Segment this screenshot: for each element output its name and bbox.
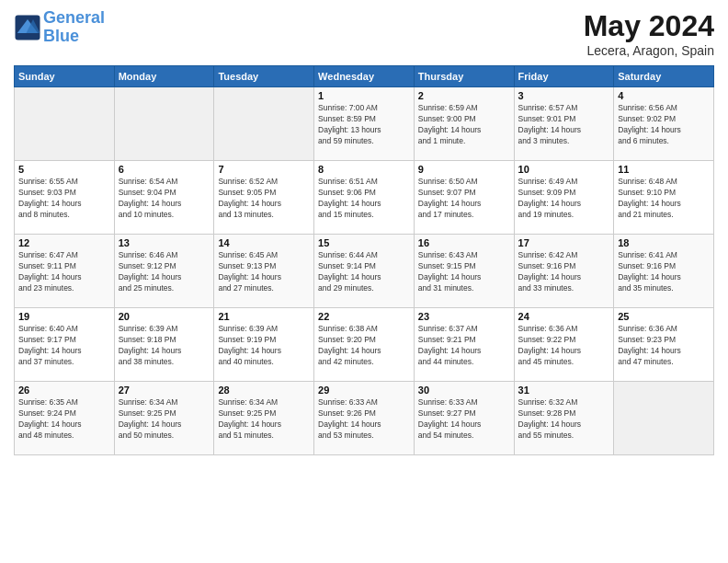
day-number: 6 — [119, 164, 210, 175]
day-info: Sunrise: 6:39 AM Sunset: 9:18 PM Dayligh… — [119, 324, 210, 368]
day-info: Sunrise: 6:57 AM Sunset: 9:01 PM Dayligh… — [518, 103, 610, 147]
cell-2-6: 10Sunrise: 6:49 AM Sunset: 9:09 PM Dayli… — [514, 161, 614, 235]
cell-1-2 — [114, 87, 214, 161]
col-friday: Friday — [514, 66, 614, 87]
cell-3-3: 14Sunrise: 6:45 AM Sunset: 9:13 PM Dayli… — [214, 235, 314, 308]
day-info: Sunrise: 6:32 AM Sunset: 9:28 PM Dayligh… — [518, 397, 610, 442]
day-info: Sunrise: 6:33 AM Sunset: 9:27 PM Dayligh… — [418, 397, 510, 442]
week-row-3: 12Sunrise: 6:47 AM Sunset: 9:11 PM Dayli… — [15, 235, 714, 308]
cell-4-2: 20Sunrise: 6:39 AM Sunset: 9:18 PM Dayli… — [114, 308, 214, 382]
day-number: 3 — [518, 90, 610, 101]
day-number: 15 — [318, 237, 410, 248]
day-info: Sunrise: 6:44 AM Sunset: 9:14 PM Dayligh… — [318, 250, 410, 294]
week-row-1: 1Sunrise: 7:00 AM Sunset: 8:59 PM Daylig… — [15, 87, 714, 161]
cell-2-3: 7Sunrise: 6:52 AM Sunset: 9:05 PM Daylig… — [214, 161, 314, 235]
day-info: Sunrise: 6:40 AM Sunset: 9:17 PM Dayligh… — [18, 324, 110, 368]
cell-1-1 — [15, 87, 115, 161]
day-number: 17 — [518, 237, 610, 248]
cell-1-7: 4Sunrise: 6:56 AM Sunset: 9:02 PM Daylig… — [614, 87, 714, 161]
cell-3-2: 13Sunrise: 6:46 AM Sunset: 9:12 PM Dayli… — [114, 235, 214, 308]
cell-4-3: 21Sunrise: 6:39 AM Sunset: 9:19 PM Dayli… — [214, 308, 314, 382]
day-number: 28 — [218, 385, 310, 396]
day-number: 12 — [18, 237, 110, 248]
day-info: Sunrise: 6:42 AM Sunset: 9:16 PM Dayligh… — [518, 250, 610, 294]
day-info: Sunrise: 6:45 AM Sunset: 9:13 PM Dayligh… — [218, 250, 310, 294]
week-row-5: 26Sunrise: 6:35 AM Sunset: 9:24 PM Dayli… — [15, 382, 714, 455]
day-info: Sunrise: 6:50 AM Sunset: 9:07 PM Dayligh… — [418, 177, 510, 221]
day-number: 25 — [618, 311, 710, 322]
day-info: Sunrise: 6:41 AM Sunset: 9:16 PM Dayligh… — [618, 250, 710, 294]
day-number: 16 — [418, 237, 510, 248]
page: General Blue May 2024 Lecera, Aragon, Sp… — [0, 0, 728, 563]
day-number: 23 — [418, 311, 510, 322]
day-number: 5 — [18, 164, 110, 175]
day-info: Sunrise: 6:34 AM Sunset: 9:25 PM Dayligh… — [218, 397, 310, 442]
cell-3-5: 16Sunrise: 6:43 AM Sunset: 9:15 PM Dayli… — [414, 235, 514, 308]
col-thursday: Thursday — [414, 66, 514, 87]
month-title: May 2024 — [584, 9, 714, 43]
col-tuesday: Tuesday — [214, 66, 314, 87]
day-info: Sunrise: 6:36 AM Sunset: 9:22 PM Dayligh… — [518, 324, 610, 368]
cell-4-5: 23Sunrise: 6:37 AM Sunset: 9:21 PM Dayli… — [414, 308, 514, 382]
day-info: Sunrise: 6:39 AM Sunset: 9:19 PM Dayligh… — [218, 324, 310, 368]
cell-5-5: 30Sunrise: 6:33 AM Sunset: 9:27 PM Dayli… — [414, 382, 514, 455]
location: Lecera, Aragon, Spain — [584, 43, 714, 58]
day-number: 8 — [318, 164, 410, 175]
day-info: Sunrise: 6:36 AM Sunset: 9:23 PM Dayligh… — [618, 324, 710, 368]
cell-2-4: 8Sunrise: 6:51 AM Sunset: 9:06 PM Daylig… — [314, 161, 415, 235]
day-number: 29 — [318, 385, 410, 396]
calendar-body: 1Sunrise: 7:00 AM Sunset: 8:59 PM Daylig… — [15, 87, 714, 455]
day-info: Sunrise: 6:52 AM Sunset: 9:05 PM Dayligh… — [218, 177, 310, 221]
day-info: Sunrise: 6:59 AM Sunset: 9:00 PM Dayligh… — [418, 103, 510, 147]
cell-2-5: 9Sunrise: 6:50 AM Sunset: 9:07 PM Daylig… — [414, 161, 514, 235]
day-info: Sunrise: 6:47 AM Sunset: 9:11 PM Dayligh… — [18, 250, 110, 294]
day-number: 10 — [518, 164, 610, 175]
logo-icon — [14, 14, 41, 41]
logo-blue: Blue — [43, 27, 79, 45]
day-info: Sunrise: 6:55 AM Sunset: 9:03 PM Dayligh… — [18, 177, 110, 221]
cell-2-7: 11Sunrise: 6:48 AM Sunset: 9:10 PM Dayli… — [614, 161, 714, 235]
cell-2-2: 6Sunrise: 6:54 AM Sunset: 9:04 PM Daylig… — [114, 161, 214, 235]
day-info: Sunrise: 6:51 AM Sunset: 9:06 PM Dayligh… — [318, 177, 410, 221]
cell-4-6: 24Sunrise: 6:36 AM Sunset: 9:22 PM Dayli… — [514, 308, 614, 382]
cell-5-6: 31Sunrise: 6:32 AM Sunset: 9:28 PM Dayli… — [514, 382, 614, 455]
day-number: 14 — [218, 237, 310, 248]
cell-1-6: 3Sunrise: 6:57 AM Sunset: 9:01 PM Daylig… — [514, 87, 614, 161]
calendar-header: Sunday Monday Tuesday Wednesday Thursday… — [15, 66, 714, 87]
cell-4-1: 19Sunrise: 6:40 AM Sunset: 9:17 PM Dayli… — [15, 308, 115, 382]
cell-3-6: 17Sunrise: 6:42 AM Sunset: 9:16 PM Dayli… — [514, 235, 614, 308]
day-number: 24 — [518, 311, 610, 322]
logo-text: General Blue — [43, 9, 105, 46]
day-info: Sunrise: 6:46 AM Sunset: 9:12 PM Dayligh… — [119, 250, 210, 294]
header: General Blue May 2024 Lecera, Aragon, Sp… — [14, 9, 714, 58]
calendar-table: Sunday Monday Tuesday Wednesday Thursday… — [14, 65, 714, 455]
col-monday: Monday — [114, 66, 214, 87]
cell-5-3: 28Sunrise: 6:34 AM Sunset: 9:25 PM Dayli… — [214, 382, 314, 455]
cell-4-7: 25Sunrise: 6:36 AM Sunset: 9:23 PM Dayli… — [614, 308, 714, 382]
cell-3-7: 18Sunrise: 6:41 AM Sunset: 9:16 PM Dayli… — [614, 235, 714, 308]
day-number: 9 — [418, 164, 510, 175]
day-number: 11 — [618, 164, 710, 175]
day-number: 18 — [618, 237, 710, 248]
day-number: 31 — [518, 385, 610, 396]
day-number: 27 — [119, 385, 210, 396]
day-info: Sunrise: 6:34 AM Sunset: 9:25 PM Dayligh… — [119, 397, 210, 442]
day-number: 30 — [418, 385, 510, 396]
col-sunday: Sunday — [15, 66, 115, 87]
header-row: Sunday Monday Tuesday Wednesday Thursday… — [15, 66, 714, 87]
col-saturday: Saturday — [614, 66, 714, 87]
day-number: 7 — [218, 164, 310, 175]
day-info: Sunrise: 6:56 AM Sunset: 9:02 PM Dayligh… — [618, 103, 710, 147]
day-number: 19 — [18, 311, 110, 322]
day-info: Sunrise: 6:48 AM Sunset: 9:10 PM Dayligh… — [618, 177, 710, 221]
day-info: Sunrise: 6:38 AM Sunset: 9:20 PM Dayligh… — [318, 324, 410, 368]
cell-5-4: 29Sunrise: 6:33 AM Sunset: 9:26 PM Dayli… — [314, 382, 415, 455]
day-number: 13 — [119, 237, 210, 248]
day-info: Sunrise: 6:37 AM Sunset: 9:21 PM Dayligh… — [418, 324, 510, 368]
day-number: 22 — [318, 311, 410, 322]
col-wednesday: Wednesday — [314, 66, 415, 87]
title-block: May 2024 Lecera, Aragon, Spain — [584, 9, 714, 58]
day-info: Sunrise: 6:43 AM Sunset: 9:15 PM Dayligh… — [418, 250, 510, 294]
day-info: Sunrise: 7:00 AM Sunset: 8:59 PM Dayligh… — [318, 103, 410, 147]
day-info: Sunrise: 6:54 AM Sunset: 9:04 PM Dayligh… — [119, 177, 210, 221]
